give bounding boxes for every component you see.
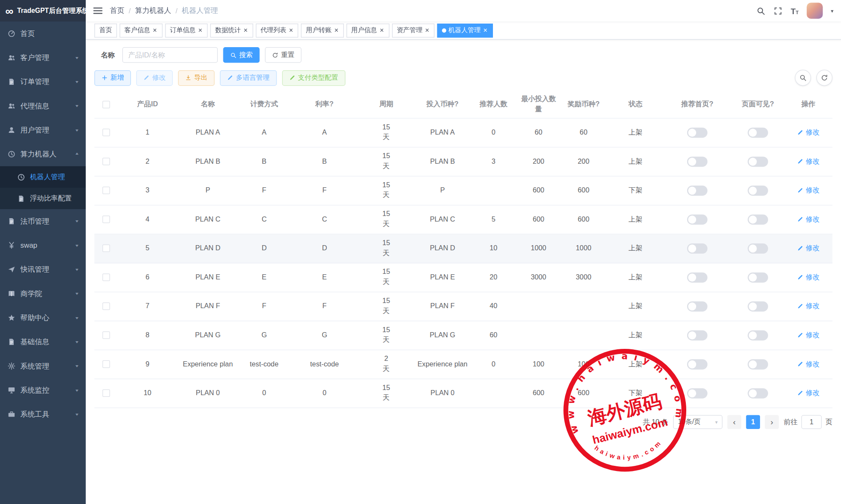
row-checkbox[interactable] <box>102 303 110 310</box>
tab[interactable]: 用户信息 × <box>346 23 389 37</box>
row-checkbox[interactable] <box>102 245 110 252</box>
close-icon[interactable]: × <box>243 27 248 34</box>
page-visible-toggle[interactable] <box>748 272 768 282</box>
select-all-checkbox[interactable] <box>102 101 110 108</box>
sidebar-item[interactable]: 首页 ▾ <box>0 21 86 45</box>
hamburger-icon[interactable] <box>93 8 102 14</box>
toggle-search-button[interactable] <box>795 70 811 86</box>
sidebar-subitem[interactable]: 机器人管理 <box>0 166 86 188</box>
row-edit-link[interactable]: 修改 <box>797 186 820 196</box>
row-checkbox[interactable] <box>102 360 110 368</box>
row-checkbox[interactable] <box>102 129 110 137</box>
refresh-table-button[interactable] <box>816 70 832 86</box>
edit-button[interactable]: 修改 <box>136 70 173 85</box>
page-visible-toggle[interactable] <box>748 156 768 167</box>
fullscreen-icon[interactable] <box>774 6 783 15</box>
sidebar-item[interactable]: 用户管理 ▾ <box>0 118 86 142</box>
row-checkbox[interactable] <box>102 158 110 165</box>
close-icon[interactable]: × <box>334 27 339 34</box>
close-icon[interactable]: × <box>288 27 294 34</box>
close-icon[interactable]: × <box>379 27 384 34</box>
tab[interactable]: 代理列表 × <box>256 23 299 37</box>
add-button[interactable]: 新增 <box>94 70 131 85</box>
recommend-home-toggle[interactable] <box>687 301 708 312</box>
breadcrumb-item[interactable]: 首页 <box>110 6 125 16</box>
page-number-button[interactable]: 1 <box>746 415 760 429</box>
tab[interactable]: 首页 × <box>94 23 117 37</box>
row-edit-link[interactable]: 修改 <box>797 272 820 282</box>
sidebar-subitem[interactable]: 浮动比率配置 <box>0 188 86 209</box>
sidebar-item[interactable]: 系统工具 ▾ <box>0 402 86 426</box>
recommend-home-toggle[interactable] <box>687 272 708 282</box>
tab[interactable]: 订单信息 × <box>165 23 208 37</box>
sidebar-item[interactable]: 法币管理 ▾ <box>0 209 86 233</box>
i18n-manage-button[interactable]: 多语言管理 <box>220 70 276 85</box>
sidebar-item[interactable]: 客户管理 ▾ <box>0 45 86 69</box>
row-checkbox[interactable] <box>102 332 110 339</box>
row-edit-link[interactable]: 修改 <box>797 128 820 138</box>
tab[interactable]: 用户转账 × <box>301 23 344 37</box>
page-visible-toggle[interactable] <box>748 127 768 138</box>
sidebar-item[interactable]: 基础信息 ▾ <box>0 330 86 354</box>
recommend-home-toggle[interactable] <box>687 359 708 369</box>
tab[interactable]: 客户信息 × <box>120 23 162 37</box>
page-visible-toggle[interactable] <box>748 186 768 196</box>
tab[interactable]: 数据统计 × <box>210 23 253 37</box>
sidebar-item[interactable]: 系统监控 ▾ <box>0 378 86 402</box>
sidebar-item[interactable]: 帮助中心 ▾ <box>0 306 86 330</box>
sidebar-item[interactable]: swap ▾ <box>0 233 86 257</box>
page-visible-toggle[interactable] <box>748 359 768 369</box>
goto-page-input[interactable] <box>801 415 822 429</box>
row-edit-link[interactable]: 修改 <box>797 388 820 399</box>
close-icon[interactable]: × <box>198 27 203 34</box>
search-button[interactable]: 搜索 <box>223 47 260 63</box>
recommend-home-toggle[interactable] <box>687 214 708 225</box>
breadcrumb-item[interactable]: 算力机器人 <box>135 6 171 16</box>
row-checkbox[interactable] <box>102 216 110 223</box>
font-size-icon[interactable]: TT <box>791 7 799 15</box>
recommend-home-toggle[interactable] <box>687 156 708 167</box>
recommend-home-toggle[interactable] <box>687 330 708 340</box>
caret-down-icon[interactable]: ▾ <box>831 8 833 14</box>
pay-type-config-button[interactable]: 支付类型配置 <box>282 70 345 85</box>
page-visible-toggle[interactable] <box>748 214 768 225</box>
row-edit-link[interactable]: 修改 <box>797 214 820 225</box>
edit-icon <box>797 187 803 194</box>
recommend-home-toggle[interactable] <box>687 186 708 196</box>
row-edit-link[interactable]: 修改 <box>797 243 820 254</box>
row-edit-link[interactable]: 修改 <box>797 330 820 341</box>
close-icon[interactable]: × <box>152 27 157 34</box>
close-icon[interactable]: × <box>424 27 430 34</box>
row-edit-link[interactable]: 修改 <box>797 301 820 312</box>
page-size-select[interactable]: 10条/页 ▾ <box>673 415 722 429</box>
prev-page-button[interactable]: ‹ <box>727 415 742 429</box>
search-input[interactable] <box>122 47 218 63</box>
page-visible-toggle[interactable] <box>748 301 768 312</box>
cell-billing: 0 <box>239 379 290 407</box>
search-icon[interactable] <box>757 6 766 15</box>
recommend-home-toggle[interactable] <box>687 243 708 254</box>
recommend-home-toggle[interactable] <box>687 127 708 138</box>
sidebar-item[interactable]: 代理信息 ▾ <box>0 94 86 118</box>
sidebar-item[interactable]: 系统管理 ▾ <box>0 354 86 378</box>
sidebar-item[interactable]: 快讯管理 ▾ <box>0 258 86 282</box>
close-icon[interactable]: × <box>483 27 488 34</box>
next-page-button[interactable]: › <box>765 415 779 429</box>
row-checkbox[interactable] <box>102 390 110 397</box>
row-checkbox[interactable] <box>102 273 110 281</box>
page-visible-toggle[interactable] <box>748 388 768 399</box>
reset-button[interactable]: 重置 <box>265 47 301 63</box>
sidebar-item[interactable]: 订单管理 ▾ <box>0 70 86 94</box>
user-avatar[interactable] <box>807 3 823 19</box>
page-visible-toggle[interactable] <box>748 243 768 254</box>
export-button[interactable]: 导出 <box>178 70 214 85</box>
row-checkbox[interactable] <box>102 187 110 195</box>
row-edit-link[interactable]: 修改 <box>797 359 820 369</box>
tab[interactable]: 机器人管理 × <box>437 23 493 37</box>
page-visible-toggle[interactable] <box>748 330 768 340</box>
row-edit-link[interactable]: 修改 <box>797 156 820 167</box>
sidebar-item[interactable]: 商学院 ▾ <box>0 282 86 306</box>
tab[interactable]: 资产管理 × <box>392 23 435 37</box>
sidebar-item[interactable]: 算力机器人 ▾ <box>0 142 86 166</box>
recommend-home-toggle[interactable] <box>687 388 708 399</box>
